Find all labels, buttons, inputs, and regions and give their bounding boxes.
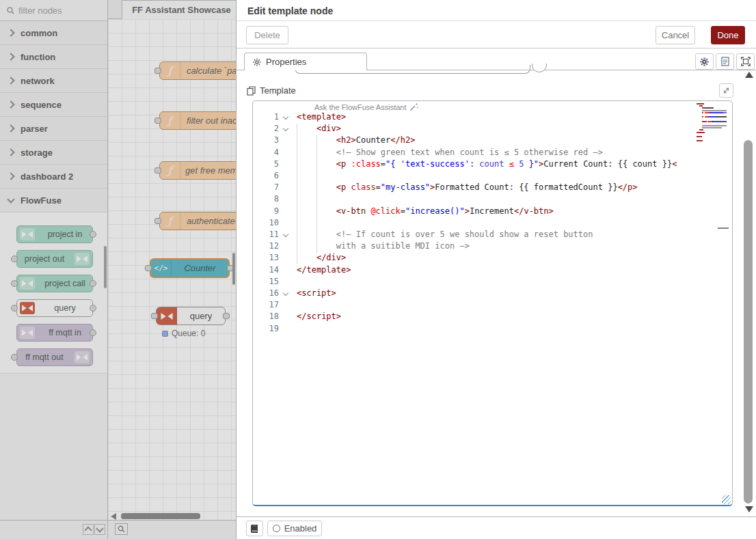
cancel-button[interactable]: Cancel [656,26,695,44]
palette-category-label: dashboard 2 [21,171,73,182]
function-icon: ƒ [160,162,180,179]
workspace-scroll-left-arrow[interactable] [111,513,116,520]
gear-icon [253,58,261,66]
editor-expand-button[interactable] [719,83,733,98]
flow-tab[interactable]: FF Assistant Showcase [122,0,236,19]
palette-node-ff-mqtt-in[interactable]: ff mqtt in [16,324,93,342]
palette-category-label: common [21,28,57,38]
node-input-port[interactable] [154,218,161,224]
flow-node-query[interactable]: query [156,307,226,325]
editor-minimap[interactable] [697,103,727,146]
done-button[interactable]: Done [711,26,745,44]
palette-expand-all-button[interactable] [94,524,105,535]
editor-resize-handle[interactable] [722,495,731,504]
palette-node-ff-mqtt-out[interactable]: ff mqtt out [16,348,93,366]
node-input-port[interactable] [154,167,161,174]
flow-node-filter-out-inacti[interactable]: ƒfilter out inacti [159,111,236,130]
workspace-horizontal-scrollbar[interactable] [121,513,200,519]
code-line: 7 <p class="my-class">Formatted Count: {… [253,182,732,193]
palette-filter-input[interactable]: filter nodes [0,0,107,21]
flow-node-get-free-memo[interactable]: ƒget free memo [159,161,236,180]
palette-category-label: network [21,76,55,86]
palette-node-query[interactable]: query [16,299,93,317]
code-line: 2 <div> [253,123,732,135]
dialog-scroll-down-arrow[interactable] [745,506,753,512]
flow-node-authenticateu[interactable]: ƒauthenticateU [159,212,236,230]
palette-category-network[interactable]: network [0,69,107,93]
node-properties-button[interactable] [695,53,714,70]
node-output-port[interactable] [90,280,96,287]
palette-node-label: ff mqtt out [17,353,72,362]
divider [237,48,756,49]
palette-category-function[interactable]: function [0,45,107,69]
node-label: authenticateU [180,216,236,226]
fold-chevron-icon[interactable] [283,232,288,237]
flow-node-calculate-pay[interactable]: ƒcalculate `pay [159,61,236,80]
flowfuse-node-icon [75,351,90,363]
palette-category-storage[interactable]: storage [0,141,107,165]
node-output-port[interactable] [223,313,230,319]
node-input-port[interactable] [151,313,158,319]
code-line: 8 [253,193,732,205]
node-output-port[interactable] [90,305,96,312]
code-text: <p class="my-class">Formatted Count: {{ … [297,182,638,193]
palette-category-label: FlowFuse [21,195,62,206]
palette-category-dashboard-2[interactable]: dashboard 2 [0,165,107,189]
copy-icon [247,86,256,96]
palette-scrollbar[interactable] [104,246,107,288]
fold-chevron-icon[interactable] [283,126,288,131]
palette-category-sequence[interactable]: sequence [0,93,107,117]
workspace-vertical-scrollbar[interactable] [232,253,235,285]
node-description-button[interactable] [716,53,734,70]
chevron-right-icon [7,172,14,180]
palette-node-project-call[interactable]: project call [16,275,93,292]
line-number: 18 [253,311,279,322]
node-input-port[interactable] [154,68,161,74]
node-input-port[interactable] [154,118,161,124]
code-text: with a suitible MDI icon —> [297,240,470,252]
node-input-port[interactable] [11,354,18,361]
node-input-port[interactable] [11,255,18,262]
code-line: 5 <p :class="{ 'text-success': count ≤ 5… [253,158,732,170]
code-line: 4 <!— Show green text when count is ≤ 5 … [253,147,732,158]
flowfuse-node-icon [20,302,35,314]
node-appearance-button[interactable] [736,53,755,70]
palette-node-project-out[interactable]: project out [16,250,93,268]
zoom-search-button[interactable] [115,523,128,535]
flowfuse-logo-icon [157,307,177,324]
tab-properties[interactable]: Properties [244,53,367,70]
code-line: 9 <v-btn @click="increase()">Increment</… [253,206,732,217]
workspace-footer [108,520,236,539]
node-input-port[interactable] [145,265,152,271]
flow-node-counter[interactable]: </>Counter [150,258,230,278]
code-text: <!— If count is over 5 we should show a … [297,229,593,240]
fold-chevron-icon[interactable] [283,114,288,120]
node-input-port[interactable] [11,280,18,287]
fold-chevron-icon[interactable] [283,290,288,296]
delete-button[interactable]: Delete [246,26,288,44]
palette-collapse-all-button[interactable] [83,524,94,535]
line-number: 15 [253,276,279,288]
palette-category-parser[interactable]: parser [0,117,107,141]
flowfuse-assistant-prompt[interactable]: Ask the FlowFuse Assistant [314,102,418,111]
enabled-toggle-button[interactable]: Enabled [267,521,322,536]
line-number: 13 [253,252,279,264]
docs-button[interactable] [246,521,263,536]
code-line: 17 [253,299,732,311]
palette-category-common[interactable]: common [0,21,107,45]
template-code-editor[interactable]: Ask the FlowFuse Assistant 1<template>2 … [252,100,733,506]
palette-node-project-in[interactable]: project in [16,225,93,243]
node-input-port[interactable] [11,305,18,312]
dialog-footer: Enabled [237,516,756,539]
function-icon: ƒ [160,112,180,129]
code-text: <div> [297,123,341,135]
flowfuse-node-icon [75,253,90,265]
dialog-scrollbar[interactable] [744,140,753,503]
node-label: query [177,311,225,321]
dialog-scroll-up-arrow[interactable] [745,72,753,78]
flow-workspace[interactable]: FF Assistant Showcase ƒcalculate `payƒfi… [108,0,236,539]
palette-category-FlowFuse[interactable]: FlowFuse [0,189,107,212]
node-output-port[interactable] [90,329,96,336]
line-number: 12 [253,240,279,252]
node-output-port[interactable] [90,231,96,238]
